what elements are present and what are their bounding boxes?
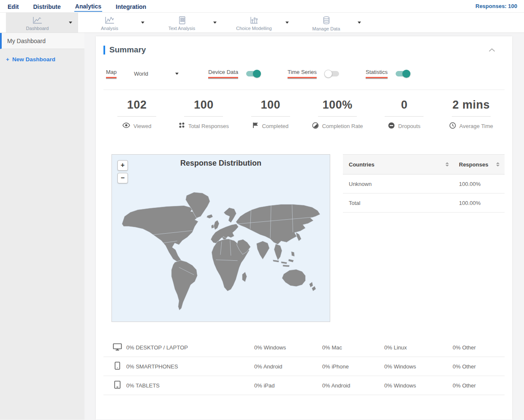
line-chart-icon: [104, 16, 115, 25]
toolbar-dashboard[interactable]: Dashboard: [6, 13, 78, 33]
chevron-down-icon: [175, 73, 179, 75]
stat-dropouts: 0 Dropouts: [371, 98, 437, 131]
sidebar-item-label: My Dashboard: [7, 38, 46, 44]
map-region-select[interactable]: World: [134, 71, 179, 77]
stat-completion-rate: 100% Completion Rate: [304, 98, 371, 131]
nav-item-integration[interactable]: Integration: [115, 1, 147, 11]
table-row: 0% SMARTPHONES 0% Android 0% iPhone 0% W…: [103, 357, 505, 376]
countries-table-header: Countries Responses: [343, 154, 505, 175]
stat-value: 100: [170, 98, 237, 112]
chevron-down-icon[interactable]: [358, 22, 361, 24]
summary-header: Summary: [103, 45, 505, 55]
dot-chart-icon: [249, 16, 259, 25]
analytics-toolbar: Dashboard Analysis Text Analysis: [0, 13, 524, 33]
eye-icon: [122, 123, 130, 129]
country-name: Unknown: [349, 181, 459, 187]
table-row: 0% DESKTOP / LAPTOP 0% Windows 0% Mac 0%…: [103, 338, 505, 357]
toggle-knob: [324, 70, 332, 78]
document-grid-icon: [177, 16, 187, 25]
summary-controls: Map World Device Data Time Series Statis…: [103, 69, 505, 78]
toolbar-label: Analysis: [101, 26, 118, 31]
map-region-value: World: [134, 71, 148, 77]
stat-total-responses: 100 Total Responses: [170, 98, 237, 131]
content-area: Summary Map World Device Data Time Serie…: [84, 33, 524, 420]
toggle-knob: [253, 70, 261, 78]
toolbar-text-analysis[interactable]: Text Analysis: [150, 13, 223, 33]
sort-icon[interactable]: [496, 162, 500, 166]
desktop-icon: [113, 343, 122, 352]
device-cell: 0% Other: [453, 344, 505, 351]
device-cell: 0% Windows: [384, 382, 453, 389]
device-data-toggle[interactable]: [246, 71, 261, 76]
toolbar-analysis[interactable]: Analysis: [78, 13, 150, 33]
stat-viewed: 102 Viewed: [103, 98, 170, 131]
country-responses: 100.00%: [459, 181, 500, 187]
toolbar-choice-modelling[interactable]: Choice Modelling: [223, 13, 295, 33]
line-chart-icon: [32, 16, 43, 25]
device-cell: 0% Windows: [254, 344, 322, 351]
device-category: 0% DESKTOP / LAPTOP: [126, 344, 188, 351]
contrast-circle-icon: [312, 122, 319, 130]
toggle-knob: [402, 70, 410, 78]
new-dashboard-button[interactable]: + New Dashboard: [6, 56, 84, 63]
chevron-down-icon[interactable]: [141, 22, 144, 24]
chevron-up-icon[interactable]: [489, 46, 495, 54]
stat-label-text: Average Time: [459, 123, 493, 129]
table-row: Unknown 100.00%: [343, 175, 505, 194]
statistics-label: Statistics: [366, 69, 388, 78]
device-cell: 0% Other: [453, 363, 505, 370]
device-cell: 0% Android: [254, 363, 322, 370]
countries-column-header[interactable]: Countries: [349, 161, 375, 168]
plus-icon: +: [6, 56, 9, 63]
device-category: 0% SMARTPHONES: [126, 363, 178, 370]
stat-label-text: Completed: [262, 123, 288, 129]
time-series-toggle[interactable]: [325, 71, 339, 76]
sort-icon[interactable]: [445, 162, 449, 166]
responses-column-header[interactable]: Responses: [459, 161, 488, 168]
minus-circle-icon: [388, 122, 395, 130]
statistics-toggle[interactable]: [396, 71, 410, 76]
chevron-down-icon[interactable]: [69, 22, 72, 24]
chevron-down-icon[interactable]: [285, 22, 289, 24]
stat-average-time: 2 mins Average Time: [438, 98, 505, 131]
new-dashboard-label: New Dashboard: [12, 56, 55, 63]
device-category: 0% TABLETS: [126, 382, 160, 389]
stat-value: 0: [371, 98, 437, 112]
country-name: Total: [349, 200, 459, 206]
toolbar-label: Manage Data: [312, 26, 340, 31]
device-data-label: Device Data: [208, 69, 238, 78]
toolbar-label: Choice Modelling: [236, 26, 272, 31]
device-cell: 0% iPad: [254, 382, 322, 389]
smartphone-icon: [113, 362, 122, 371]
stat-label-text: Completion Rate: [322, 123, 363, 129]
device-cell: 0% Windows: [384, 363, 453, 370]
sidebar-item-my-dashboard[interactable]: My Dashboard: [0, 33, 84, 49]
top-navigation: Edit Distribute Analytics Integration Re…: [0, 0, 524, 13]
chevron-down-icon[interactable]: [213, 22, 217, 24]
table-row: 0% TABLETS 0% iPad 0% Android 0% Windows…: [103, 376, 505, 395]
page-title: Summary: [109, 45, 146, 55]
map-control-label: Map: [106, 69, 117, 78]
stat-value: 100%: [304, 98, 371, 112]
zoom-in-button[interactable]: +: [117, 160, 128, 171]
toolbar-manage-data[interactable]: Manage Data: [295, 13, 367, 33]
device-cell: 0% iPhone: [322, 363, 384, 370]
countries-table: Countries Responses Unknown 100.00% T: [343, 154, 505, 322]
zoom-out-button[interactable]: −: [117, 173, 128, 183]
device-cell: 0% Android: [322, 382, 384, 389]
device-data-table: 0% DESKTOP / LAPTOP 0% Windows 0% Mac 0%…: [103, 338, 505, 395]
geo-section: Response Distribution: [111, 154, 505, 322]
clock-icon: [449, 122, 456, 130]
stat-completed: 100 Completed: [237, 98, 304, 131]
stat-label-text: Dropouts: [398, 123, 421, 129]
toolbar-label: Dashboard: [26, 26, 49, 31]
accent-bar: [103, 46, 105, 55]
nav-item-edit[interactable]: Edit: [7, 1, 19, 11]
nav-item-distribute[interactable]: Distribute: [32, 1, 61, 11]
tablet-icon: [113, 381, 122, 390]
response-distribution-map[interactable]: Response Distribution: [111, 154, 330, 322]
country-responses: 100.00%: [459, 200, 500, 206]
nav-item-analytics[interactable]: Analytics: [74, 1, 102, 12]
stat-value: 102: [103, 98, 170, 112]
dashboard-sidebar: My Dashboard + New Dashboard: [0, 33, 84, 420]
